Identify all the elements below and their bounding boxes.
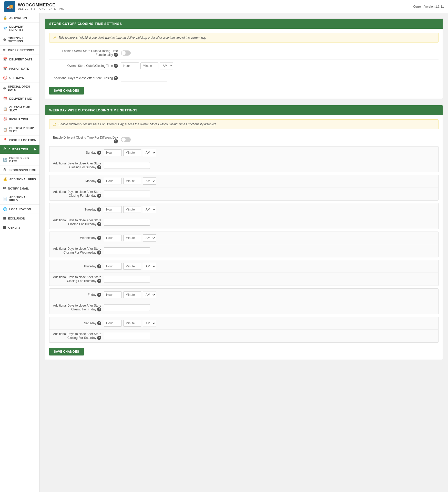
saturday-additional-help[interactable]: ? (97, 336, 101, 340)
sidebar-item-activation[interactable]: 🔒ACTIVATION (0, 13, 39, 23)
sidebar-label-notify-email: NOTIFY EMAIL (8, 187, 29, 190)
sunday-additional-help[interactable]: ? (97, 165, 101, 169)
sunday-minute-input[interactable] (123, 149, 141, 156)
tuesday-hour-input[interactable] (104, 206, 122, 213)
wednesday-additional-input[interactable] (104, 247, 150, 254)
app-subtitle: DELIVERY & PICKUP DATE TIME (18, 7, 64, 10)
sidebar-item-pickup-time[interactable]: ⏰PICKUP TIME (0, 115, 39, 124)
sidebar-item-localization[interactable]: 🌐LOCALIZATION (0, 205, 39, 214)
sidebar-item-special-open-days[interactable]: ⊙SPECIAL OPEN DAYS (0, 82, 39, 94)
friday-additional-input[interactable] (104, 304, 150, 311)
saturday-ampm-select[interactable]: AM PM (143, 320, 156, 327)
sunday-hour-input[interactable] (104, 149, 122, 156)
weekday-cutoff-section: WEEKDAY WISE CUTOFF/CLOSING TIME SETTING… (45, 105, 443, 360)
friday-additional-help[interactable]: ? (97, 307, 101, 311)
friday-hour-input[interactable] (104, 291, 122, 298)
sidebar-item-notify-email[interactable]: ✉NOTIFY EMAIL (0, 184, 39, 193)
weekday-cutoff-save-button[interactable]: SAVE CHANGES (49, 348, 84, 355)
sidebar-item-timezone-settings[interactable]: ⚙TIMEZONE SETTINGS (0, 34, 39, 46)
additional-days-help[interactable]: ? (114, 76, 118, 80)
sidebar-item-custom-pickup-slot[interactable]: 📋CUSTOM PICKUP SLOT (0, 124, 39, 135)
sidebar-item-delivery-time[interactable]: ⏰DELIVERY TIME (0, 94, 39, 103)
day-additional-label-monday: Additional Days to close After Store Clo… (53, 190, 104, 198)
closing-minute-input[interactable] (140, 62, 158, 69)
thursday-ampm-select[interactable]: AM PM (143, 263, 156, 270)
monday-additional-help[interactable]: ? (97, 194, 101, 198)
tuesday-minute-input[interactable] (123, 206, 141, 213)
sidebar-item-additional-field[interactable]: 📄ADDITIONAL FIELD (0, 193, 39, 205)
enable-cutoff-toggle[interactable] (121, 50, 131, 56)
tuesday-time-help[interactable]: ? (97, 207, 101, 212)
sidebar-item-others[interactable]: ☰OTHERS (0, 223, 39, 232)
sidebar-label-order-settings: ORDER SETTINGS (8, 49, 34, 52)
day-controls-sunday: AM PM (104, 149, 156, 156)
sunday-additional-input[interactable] (104, 162, 150, 169)
wednesday-minute-input[interactable] (123, 235, 141, 241)
closing-time-help[interactable]: ? (114, 64, 118, 68)
sidebar: 🔒ACTIVATION💎DELIVERY REPORTS⚙TIMEZONE SE… (0, 13, 40, 492)
monday-hour-input[interactable] (104, 178, 122, 184)
monday-ampm-select[interactable]: AM PM (143, 177, 156, 185)
weekday-info-icon: ⚠ (53, 122, 56, 126)
thursday-minute-input[interactable] (123, 263, 141, 270)
day-additional-controls-tuesday (104, 219, 150, 226)
day-section-wednesday: Wednesday ? AM PM Additional Days to clo… (49, 232, 439, 257)
sidebar-item-pickup-date[interactable]: 📅PICKUP DATE (0, 64, 39, 73)
saturday-minute-input[interactable] (123, 320, 141, 327)
day-label-thursday: Thursday ? (53, 264, 104, 268)
closing-hour-input[interactable] (121, 62, 139, 69)
saturday-hour-input[interactable] (104, 320, 122, 327)
timezone-settings-icon: ⚙ (3, 38, 6, 42)
thursday-additional-help[interactable]: ? (97, 279, 101, 283)
closing-time-row: Overall Store Cutoff/Closing Time ? AM P… (49, 60, 439, 72)
sunday-ampm-select[interactable]: AM PM (143, 149, 156, 156)
enable-different-toggle[interactable] (121, 137, 131, 142)
sidebar-label-timezone-settings: TIMEZONE SETTINGS (8, 37, 36, 43)
sidebar-item-cutoff-time[interactable]: ⏱CUTOFF TIME (0, 145, 39, 154)
sidebar-item-additional-fees[interactable]: 💰ADDITIONAL FEES (0, 175, 39, 184)
enable-different-help[interactable]: ? (114, 139, 118, 143)
friday-ampm-select[interactable]: AM PM (143, 291, 156, 298)
closing-ampm-select[interactable]: AM PM (160, 62, 173, 69)
thursday-time-help[interactable]: ? (97, 264, 101, 268)
sidebar-item-processing-time[interactable]: ⏱PROCESSING TIME (0, 165, 39, 175)
sidebar-item-exclusion[interactable]: ⊞EXCLUSION (0, 214, 39, 223)
store-cutoff-info: ⚠ This feature is helpful, if you don't … (49, 33, 439, 43)
tuesday-additional-help[interactable]: ? (97, 222, 101, 226)
sidebar-item-order-settings[interactable]: ✏ORDER SETTINGS (0, 46, 39, 55)
wednesday-additional-help[interactable]: ? (97, 250, 101, 255)
saturday-time-help[interactable]: ? (97, 321, 101, 325)
custom-pickup-slot-icon: 📋 (3, 128, 7, 132)
sidebar-item-delivery-date[interactable]: 📅DELIVERY DATE (0, 55, 39, 64)
additional-days-input[interactable] (121, 75, 167, 81)
wednesday-hour-input[interactable] (104, 235, 122, 241)
sidebar-label-pickup-date: PICKUP DATE (9, 67, 29, 70)
day-section-friday: Friday ? AM PM Additional Days to close … (49, 288, 439, 314)
sidebar-label-localization: LOCALIZATION (9, 208, 31, 211)
sidebar-label-additional-field: ADDITIONAL FIELD (9, 196, 36, 202)
day-additional-row-saturday: Additional Days to close After Store Clo… (49, 330, 438, 342)
sidebar-label-processing-time: PROCESSING TIME (8, 169, 36, 172)
sidebar-item-custom-time-slot[interactable]: 📋CUSTOM TIME SLOT (0, 103, 39, 115)
monday-additional-input[interactable] (104, 191, 150, 197)
sidebar-item-delivery-reports[interactable]: 💎DELIVERY REPORTS (0, 23, 39, 34)
sidebar-item-processing-days[interactable]: 🔄PROCESSING DAYS (0, 154, 39, 165)
sunday-time-help[interactable]: ? (97, 151, 101, 155)
sidebar-item-off-days[interactable]: 🚫OFF DAYS (0, 73, 39, 82)
sidebar-label-processing-days: PROCESSING DAYS (9, 156, 36, 163)
friday-time-help[interactable]: ? (97, 293, 101, 297)
store-cutoff-save-button[interactable]: SAVE CHANGES (49, 87, 84, 95)
monday-time-help[interactable]: ? (97, 179, 101, 183)
enable-cutoff-help[interactable]: ? (114, 53, 118, 57)
friday-minute-input[interactable] (123, 291, 141, 298)
app-header: 🚚 WOOCOMMERCE DELIVERY & PICKUP DATE TIM… (0, 0, 448, 13)
sidebar-item-pickup-location[interactable]: 📍PICKUP LOCATION (0, 135, 39, 145)
tuesday-ampm-select[interactable]: AM PM (143, 206, 156, 213)
thursday-additional-input[interactable] (104, 276, 150, 282)
tuesday-additional-input[interactable] (104, 219, 150, 226)
wednesday-ampm-select[interactable]: AM PM (143, 234, 156, 242)
thursday-hour-input[interactable] (104, 263, 122, 270)
monday-minute-input[interactable] (123, 178, 141, 184)
wednesday-time-help[interactable]: ? (97, 236, 101, 240)
saturday-additional-input[interactable] (104, 333, 150, 339)
